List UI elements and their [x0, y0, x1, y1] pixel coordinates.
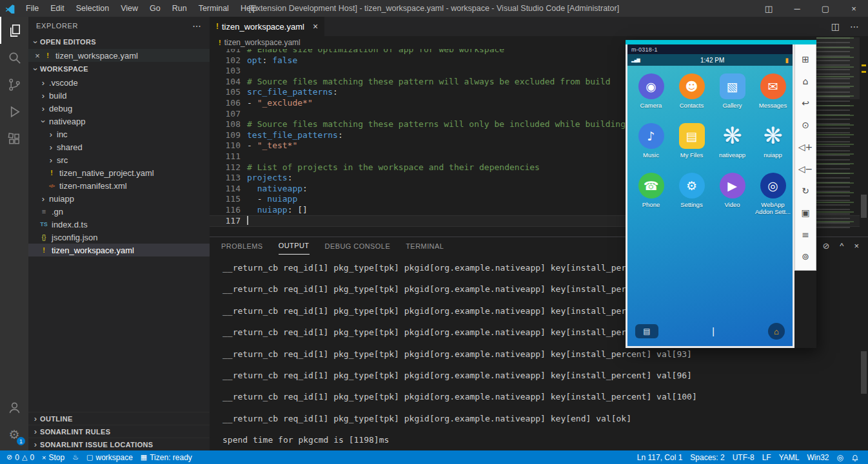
tree-file-.gn[interactable]: ≡.gn — [28, 205, 210, 218]
app-webapp-addon-sett-[interactable]: ◎WebApp Addon Sett... — [753, 173, 793, 222]
menu-help[interactable]: Help — [235, 0, 263, 17]
open-editors-section[interactable]: › OPEN EDITORS — [28, 35, 210, 49]
task-switcher-button[interactable]: ▤ — [635, 324, 658, 338]
feedback-icon[interactable]: ◎ — [833, 450, 847, 464]
power-icon[interactable]: ⊙ — [795, 114, 816, 136]
search-icon[interactable] — [0, 44, 28, 71]
app-nativeapp[interactable]: ❋nativeapp — [712, 123, 753, 173]
app-camera[interactable]: ◉Camera — [631, 73, 671, 123]
tree-file-jsconfig.json[interactable]: {}jsconfig.json — [28, 231, 210, 244]
menu-file[interactable]: File — [20, 0, 44, 17]
layout-toggle-icon[interactable]: ◫ — [755, 0, 783, 17]
scrollbar-thumb[interactable] — [861, 195, 867, 218]
my-files-app-icon: ▤ — [679, 123, 705, 149]
split-editor-icon[interactable]: ◫ — [831, 21, 840, 32]
clear-output-icon[interactable]: ⊘ — [822, 241, 829, 251]
scrollbar-thumb[interactable] — [861, 351, 867, 394]
close-tab-icon[interactable]: × — [313, 21, 318, 32]
app-gallery[interactable]: ▧Gallery — [712, 73, 753, 123]
sonarlint-issues-section[interactable]: ›SONARLINT ISSUE LOCATIONS — [28, 438, 210, 450]
menu-run[interactable]: Run — [166, 0, 193, 17]
shell-icon[interactable]: ▣ — [795, 202, 816, 224]
open-editor-item[interactable]: × ! tizen_workspace.yaml — [28, 49, 210, 62]
menu-go[interactable]: Go — [144, 0, 166, 17]
run-debug-icon[interactable] — [0, 98, 28, 125]
tab-problems[interactable]: PROBLEMS — [221, 237, 263, 255]
eol-sequence[interactable]: LF — [758, 450, 775, 464]
menu-edit[interactable]: Edit — [44, 0, 70, 17]
source-control-icon[interactable] — [0, 71, 28, 98]
tab-debug-console[interactable]: DEBUG CONSOLE — [325, 237, 391, 255]
file-label: src — [57, 155, 68, 165]
menu-selection[interactable]: Selection — [70, 0, 115, 17]
tree-folder-nuiapp[interactable]: ›nuiapp — [28, 192, 210, 205]
tree-folder-src[interactable]: ›src — [28, 153, 210, 166]
home-icon[interactable]: ⌂ — [795, 70, 816, 92]
menu-view[interactable]: View — [115, 0, 144, 17]
panel-scrollbar[interactable] — [860, 255, 868, 450]
cursor-position[interactable]: Ln 117, Col 1 — [633, 450, 687, 464]
tree-file-index.d.ts[interactable]: TSindex.d.ts — [28, 218, 210, 231]
app-messages[interactable]: ✉Messages — [753, 73, 793, 123]
accounts-icon[interactable] — [0, 394, 28, 421]
tree-file-tizen-manifest.xml[interactable]: </>tizen-manifest.xml — [28, 179, 210, 192]
tab-tizen-workspace-yaml[interactable]: ! tizen_workspace.yaml × — [210, 17, 324, 36]
notifications-bell-icon[interactable] — [847, 450, 863, 464]
minimize-icon[interactable]: ─ — [783, 0, 811, 17]
volume-down-icon[interactable]: ◁− — [795, 158, 816, 180]
tab-terminal[interactable]: TERMINAL — [406, 237, 444, 255]
platform-indicator[interactable]: Win32 — [804, 450, 833, 464]
control-panel-icon[interactable]: ≡ — [795, 224, 816, 246]
app-contacts[interactable]: ☻Contacts — [671, 73, 712, 123]
extensions-icon[interactable] — [0, 125, 28, 152]
back-icon[interactable]: ↩ — [795, 92, 816, 114]
app-music[interactable]: ♪Music — [631, 123, 671, 173]
tree-folder-shared[interactable]: ›shared — [28, 140, 210, 153]
workspace-status[interactable]: ▢ workspace — [83, 450, 137, 464]
flame-status[interactable]: ♨ — [68, 450, 83, 464]
tree-folder-nativeapp[interactable]: ›nativeapp — [28, 115, 210, 128]
volume-up-icon[interactable]: ◁+ — [795, 136, 816, 158]
app-video[interactable]: ▶Video — [712, 173, 753, 222]
explorer-icon[interactable] — [0, 17, 28, 44]
stop-button[interactable]: × Stop — [38, 450, 68, 464]
encoding[interactable]: UTF-8 — [729, 450, 758, 464]
app-my-files[interactable]: ▤My Files — [671, 123, 712, 173]
tab-label: tizen_workspace.yaml — [222, 22, 304, 32]
tizen-status[interactable]: ▦ Tizen: ready — [137, 450, 196, 464]
app-nuiapp[interactable]: ❋nuiapp — [753, 123, 793, 173]
app-phone[interactable]: ☎Phone — [631, 173, 671, 222]
close-icon[interactable]: × — [840, 0, 868, 17]
language-mode[interactable]: YAML — [775, 450, 804, 464]
app-settings[interactable]: ⚙Settings — [671, 173, 712, 222]
multi-window-icon[interactable]: ⊞ — [795, 48, 816, 70]
workspace-section[interactable]: › WORKSPACE — [28, 62, 210, 76]
home-button[interactable]: ⌂ — [768, 323, 785, 340]
editor-more-icon[interactable]: ⋯ — [850, 21, 859, 32]
emulator-title-bar[interactable]: m-0318-1 — [627, 44, 793, 54]
tree-file-tizen_native_project.yaml[interactable]: !tizen_native_project.yaml — [28, 166, 210, 179]
maximize-panel-icon[interactable]: ^ — [840, 241, 843, 251]
close-panel-icon[interactable]: × — [854, 241, 859, 251]
settings-gear-icon[interactable]: ⚙ 1 — [0, 421, 28, 448]
emulator-control-panel: ⊞⌂↩⊙◁+◁−↻▣≡⊚ — [794, 44, 816, 271]
tree-folder-inc[interactable]: ›inc — [28, 128, 210, 140]
minimap[interactable] — [816, 37, 860, 231]
indentation[interactable]: Spaces: 2 — [686, 450, 728, 464]
tree-folder-.vscode[interactable]: ›.vscode — [28, 76, 210, 89]
rotate-icon[interactable]: ↻ — [795, 180, 816, 202]
screenshot-icon[interactable]: ⊚ — [795, 246, 816, 267]
menu-terminal[interactable]: Terminal — [193, 0, 235, 17]
emulator-screen[interactable]: ▂▄▆ 1:42 PM ▮ ◉Camera☻Contacts▧Gallery✉M… — [627, 54, 793, 346]
sidebar-more-icon[interactable]: ⋯ — [192, 21, 202, 31]
maximize-icon[interactable]: ▢ — [811, 0, 840, 17]
tree-file-tizen_workspace.yaml[interactable]: !tizen_workspace.yaml — [28, 244, 210, 256]
editor-scrollbar[interactable] — [860, 36, 868, 237]
tree-folder-debug[interactable]: ›debug — [28, 102, 210, 115]
close-editor-icon[interactable]: × — [32, 51, 43, 61]
problems-indicator[interactable]: ⊘ 0 △ 0 — [3, 450, 38, 464]
sonarlint-rules-section[interactable]: ›SONARLINT RULES — [28, 425, 210, 438]
outline-section[interactable]: ›OUTLINE — [28, 412, 210, 425]
tree-folder-build[interactable]: ›build — [28, 89, 210, 102]
tab-output[interactable]: OUTPUT — [279, 237, 310, 255]
